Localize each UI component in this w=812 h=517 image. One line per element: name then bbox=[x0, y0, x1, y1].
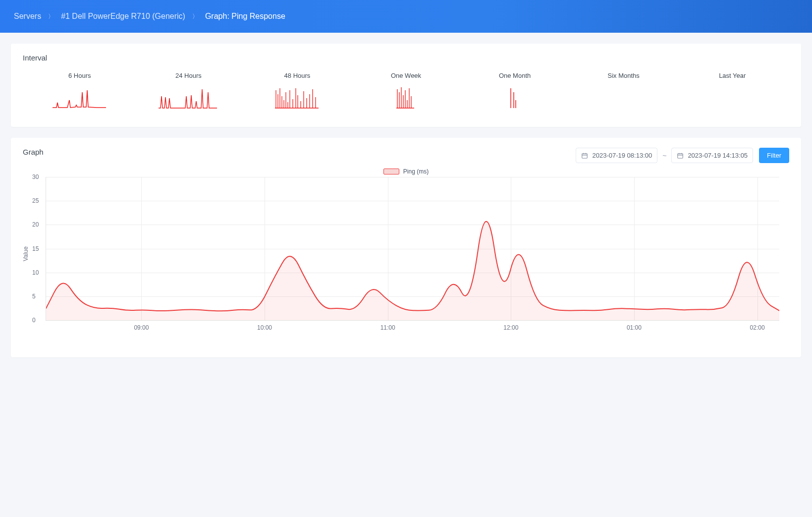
x-tick: 01:00 bbox=[627, 324, 642, 331]
y-tick: 20 bbox=[32, 221, 39, 228]
x-tick: 09:00 bbox=[134, 324, 149, 331]
sparkline-6hours bbox=[28, 85, 132, 113]
date-to-input[interactable]: 2023-07-19 14:13:05 bbox=[671, 148, 753, 163]
chart-legend: Ping (ms) bbox=[23, 168, 789, 175]
y-tick: 30 bbox=[32, 173, 39, 180]
date-range-separator: ~ bbox=[662, 152, 666, 160]
breadcrumb: Servers 〉 #1 Dell PowerEdge R710 (Generi… bbox=[14, 12, 285, 21]
x-tick: 02:00 bbox=[750, 324, 765, 331]
interval-oneweek[interactable]: One Week bbox=[354, 72, 458, 113]
date-from-value: 2023-07-19 08:13:00 bbox=[592, 152, 652, 159]
interval-card: Interval 6 Hours 24 Hours 48 H bbox=[11, 44, 801, 127]
breadcrumb-servers[interactable]: Servers bbox=[14, 12, 41, 21]
interval-label: One Month bbox=[463, 72, 567, 79]
calendar-icon bbox=[677, 152, 684, 159]
svg-rect-0 bbox=[582, 153, 588, 158]
svg-rect-1 bbox=[678, 153, 683, 158]
x-tick: 11:00 bbox=[380, 324, 395, 331]
y-tick: 25 bbox=[32, 197, 39, 204]
interval-label: Six Months bbox=[572, 72, 676, 79]
y-tick: 0 bbox=[32, 317, 36, 324]
topbar: Servers 〉 #1 Dell PowerEdge R710 (Generi… bbox=[0, 0, 812, 33]
y-tick: 5 bbox=[32, 293, 36, 300]
interval-onemonth[interactable]: One Month bbox=[463, 72, 567, 113]
interval-label: 24 Hours bbox=[137, 72, 241, 79]
graph-controls: 2023-07-19 08:13:00 ~ 2023-07-19 14:13:0… bbox=[576, 148, 789, 163]
interval-list: 6 Hours 24 Hours 48 Hours bbox=[23, 69, 789, 115]
y-tick: 10 bbox=[32, 269, 39, 276]
breadcrumb-server-detail[interactable]: #1 Dell PowerEdge R710 (Generic) bbox=[61, 12, 185, 21]
sparkline-48hours bbox=[245, 85, 349, 113]
interval-6hours[interactable]: 6 Hours bbox=[28, 72, 132, 113]
interval-24hours[interactable]: 24 Hours bbox=[137, 72, 241, 113]
interval-48hours[interactable]: 48 Hours bbox=[245, 72, 349, 113]
date-to-value: 2023-07-19 14:13:05 bbox=[688, 152, 748, 159]
interval-sixmonths[interactable]: Six Months bbox=[572, 72, 676, 113]
y-axis-label: Value bbox=[22, 246, 29, 261]
legend-label: Ping (ms) bbox=[403, 168, 429, 175]
sparkline-onemonth bbox=[463, 85, 567, 113]
chevron-right-icon: 〉 bbox=[48, 12, 54, 21]
chart: Value 05101520253009:0010:0011:0012:0001… bbox=[23, 177, 789, 345]
date-from-input[interactable]: 2023-07-19 08:13:00 bbox=[576, 148, 657, 163]
calendar-icon bbox=[581, 152, 588, 159]
y-tick: 15 bbox=[32, 245, 39, 252]
chart-plot-area[interactable]: 05101520253009:0010:0011:0012:0001:0002:… bbox=[46, 177, 779, 321]
interval-label: 6 Hours bbox=[28, 72, 132, 79]
interval-label: 48 Hours bbox=[245, 72, 349, 79]
sparkline-lastyear bbox=[680, 85, 784, 113]
filter-button[interactable]: Filter bbox=[759, 148, 789, 163]
x-tick: 12:00 bbox=[503, 324, 518, 331]
x-tick: 10:00 bbox=[257, 324, 272, 331]
graph-title: Graph bbox=[23, 148, 44, 156]
interval-lastyear[interactable]: Last Year bbox=[680, 72, 784, 113]
sparkline-sixmonths bbox=[572, 85, 676, 113]
sparkline-oneweek bbox=[354, 85, 458, 113]
page-body: Interval 6 Hours 24 Hours 48 H bbox=[0, 33, 812, 379]
interval-label: Last Year bbox=[680, 72, 784, 79]
legend-swatch bbox=[383, 169, 399, 174]
interval-label: One Week bbox=[354, 72, 458, 79]
chevron-right-icon: 〉 bbox=[192, 12, 198, 21]
breadcrumb-current: Graph: Ping Response bbox=[205, 12, 285, 21]
sparkline-24hours bbox=[137, 85, 241, 113]
interval-title: Interval bbox=[23, 54, 789, 62]
graph-card: Graph 2023-07-19 08:13:00 ~ 2023-07-19 1… bbox=[11, 138, 801, 357]
